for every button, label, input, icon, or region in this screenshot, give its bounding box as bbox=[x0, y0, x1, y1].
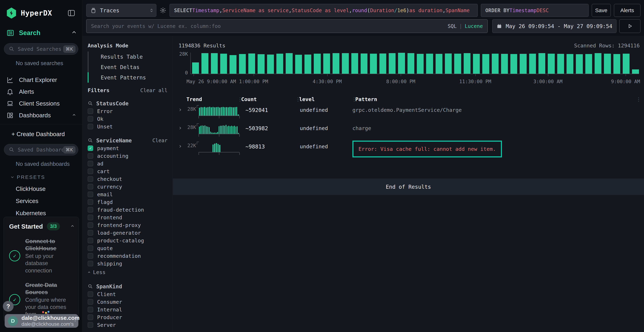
checkbox[interactable] bbox=[88, 253, 93, 259]
expand-row-icon[interactable] bbox=[179, 126, 186, 130]
sql-toggle[interactable]: SQL bbox=[448, 23, 457, 29]
event-search-box[interactable]: SQL | Lucene bbox=[86, 19, 488, 33]
save-button[interactable]: Save bbox=[592, 4, 611, 17]
column-header-level[interactable]: level bbox=[299, 96, 352, 102]
query-settings-button[interactable] bbox=[156, 4, 170, 17]
checkbox[interactable] bbox=[88, 124, 93, 129]
histogram-bars[interactable] bbox=[190, 52, 639, 74]
filter-option-load-generator[interactable]: load-generator bbox=[88, 229, 169, 237]
checkbox[interactable] bbox=[88, 230, 93, 236]
highlighted-error-pattern[interactable]: Error: Visa cache full: cannot add new i… bbox=[352, 140, 502, 158]
sidebar-item-alerts[interactable]: Alerts bbox=[0, 86, 82, 98]
filter-option-client[interactable]: Client bbox=[88, 290, 169, 298]
chevron-up-icon[interactable] bbox=[72, 31, 76, 35]
order-by-editor[interactable]: ORDER BY Timestamp DESC bbox=[481, 4, 588, 17]
filter-option-flagd[interactable]: flagd bbox=[88, 198, 169, 206]
checkbox[interactable] bbox=[88, 161, 93, 166]
filter-option-shipping[interactable]: shipping bbox=[88, 260, 169, 268]
checkbox[interactable] bbox=[88, 207, 93, 212]
expand-row-icon[interactable] bbox=[179, 144, 186, 148]
checkbox[interactable] bbox=[88, 153, 93, 159]
filter-option-recommendation[interactable]: recommendation bbox=[88, 252, 169, 260]
clear-all-button[interactable]: Clear all bbox=[140, 88, 168, 94]
filter-option-fraud-detection[interactable]: fraud-detection bbox=[88, 206, 169, 214]
search-icon[interactable] bbox=[88, 138, 93, 143]
checkbox[interactable] bbox=[88, 176, 93, 182]
analysis-mode-event-deltas[interactable]: Event Deltas bbox=[88, 62, 169, 72]
checkbox[interactable] bbox=[88, 168, 93, 174]
table-row[interactable]: 28K~503982undefinedcharge bbox=[178, 124, 640, 136]
run-query-button[interactable] bbox=[619, 19, 640, 33]
alerts-button[interactable]: Alerts bbox=[614, 4, 640, 17]
checkbox[interactable] bbox=[88, 246, 93, 251]
column-header-pattern[interactable]: Pattern bbox=[355, 96, 636, 102]
table-row[interactable]: 22K~98813undefinedError: Visa cache full… bbox=[178, 142, 640, 158]
checkbox[interactable] bbox=[88, 116, 93, 122]
table-row[interactable]: 28K~592041undefinedgrpc.oteldemo.Payment… bbox=[178, 106, 640, 117]
checkbox[interactable] bbox=[88, 307, 93, 312]
checkbox[interactable] bbox=[88, 238, 93, 243]
date-range-picker[interactable]: May 26 09:09:54 - May 27 09:09:54 bbox=[492, 19, 616, 33]
saved-dashboards-input[interactable]: ⌘K bbox=[4, 144, 78, 156]
column-header-count[interactable]: Count bbox=[241, 96, 296, 102]
filter-option-internal[interactable]: Internal bbox=[88, 306, 169, 314]
checkbox[interactable] bbox=[88, 215, 93, 220]
filter-option-payment[interactable]: ✓payment bbox=[88, 144, 169, 152]
sidebar-collapse-icon[interactable] bbox=[67, 9, 76, 17]
preset-clickhouse[interactable]: ClickHouse bbox=[16, 186, 82, 192]
filter-option-unset[interactable]: Unset bbox=[88, 123, 169, 130]
filter-option-server[interactable]: Server bbox=[88, 321, 169, 329]
show-less-button[interactable]: Less bbox=[88, 268, 169, 276]
filter-option-ad[interactable]: ad bbox=[88, 160, 169, 168]
user-menu[interactable]: D dale@clickhouse.com dale@clickhouse.co… bbox=[5, 314, 78, 328]
checkbox[interactable] bbox=[88, 108, 93, 114]
query-language-toggle[interactable]: SQL | Lucene bbox=[448, 23, 483, 29]
presets-toggle[interactable]: PRESETS bbox=[12, 174, 82, 180]
filter-option-quote[interactable]: quote bbox=[88, 244, 169, 252]
expand-row-icon[interactable] bbox=[179, 108, 186, 112]
checkbox[interactable] bbox=[88, 192, 93, 197]
search-icon[interactable] bbox=[88, 284, 93, 289]
checkbox[interactable] bbox=[88, 314, 93, 320]
filter-option-product-catalog[interactable]: product-catalog bbox=[88, 237, 169, 244]
checkbox[interactable] bbox=[88, 292, 93, 297]
column-header-trend[interactable]: Trend bbox=[178, 96, 238, 102]
preset-kubernetes[interactable]: Kubernetes bbox=[16, 210, 82, 216]
filter-option-producer[interactable]: Producer bbox=[88, 314, 169, 321]
filter-option-error[interactable]: Error bbox=[88, 107, 169, 115]
create-dashboard-button[interactable]: + Create Dashboard bbox=[12, 131, 82, 138]
filter-option-frontend[interactable]: frontend bbox=[88, 214, 169, 221]
checkbox[interactable] bbox=[88, 222, 93, 228]
filter-option-currency[interactable]: currency bbox=[88, 183, 169, 190]
filter-option-accounting[interactable]: accounting bbox=[88, 152, 169, 160]
saved-searches-field[interactable] bbox=[18, 46, 63, 52]
analysis-mode-event-patterns[interactable]: Event Patterns bbox=[88, 72, 169, 83]
get-started-header[interactable]: Get Started 3/3 bbox=[9, 222, 73, 230]
sidebar-item-chart-explorer[interactable]: Chart Explorer bbox=[0, 74, 82, 86]
filter-option-cart[interactable]: cart bbox=[88, 168, 169, 175]
sql-select-editor[interactable]: SELECT Timestamp, ServiceName as service… bbox=[170, 4, 478, 17]
table-options-icon[interactable]: ⋮ bbox=[636, 96, 640, 102]
clear-button[interactable]: Clear bbox=[152, 138, 168, 144]
source-select[interactable]: Traces bbox=[86, 4, 156, 17]
sidebar-item-dashboards[interactable]: Dashboards bbox=[0, 110, 82, 121]
checkbox[interactable] bbox=[88, 184, 93, 190]
search-icon[interactable] bbox=[88, 101, 93, 106]
filter-option-email[interactable]: email bbox=[88, 190, 169, 198]
saved-dashboards-field[interactable] bbox=[18, 147, 63, 153]
checkbox[interactable] bbox=[88, 322, 93, 328]
help-button[interactable]: ? bbox=[3, 301, 14, 312]
filter-option-frontend-proxy[interactable]: frontend-proxy bbox=[88, 221, 169, 229]
event-search-input[interactable] bbox=[91, 23, 445, 29]
filter-option-consumer[interactable]: Consumer bbox=[88, 298, 169, 306]
chevron-up-icon[interactable] bbox=[71, 225, 74, 228]
checkbox[interactable] bbox=[88, 261, 93, 266]
checkbox[interactable]: ✓ bbox=[88, 146, 93, 151]
filter-option-checkout[interactable]: checkout bbox=[88, 175, 169, 183]
sidebar-item-search[interactable]: Search bbox=[6, 29, 75, 37]
preset-services[interactable]: Services bbox=[16, 198, 82, 204]
checkbox[interactable] bbox=[88, 299, 93, 305]
analysis-mode-results-table[interactable]: Results Table bbox=[88, 52, 169, 62]
sidebar-item-client-sessions[interactable]: Client Sessions bbox=[0, 98, 82, 110]
lucene-toggle[interactable]: Lucene bbox=[465, 23, 483, 29]
